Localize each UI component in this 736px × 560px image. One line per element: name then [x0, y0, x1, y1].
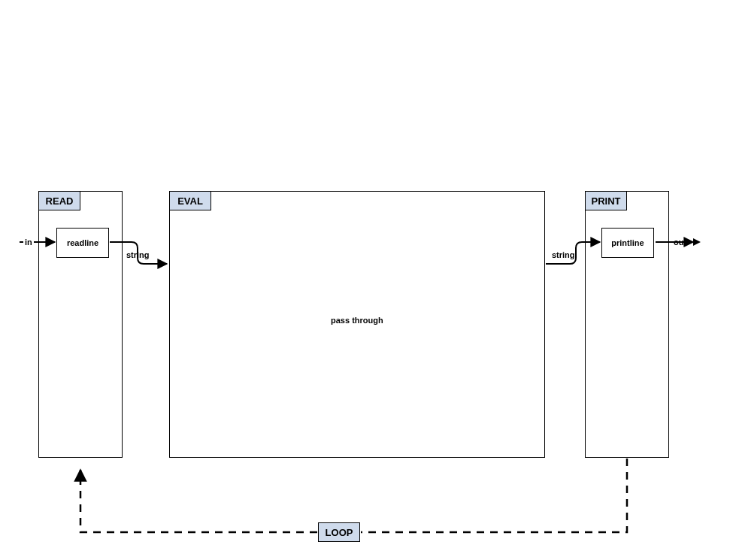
pass-through-label: pass through — [331, 316, 383, 325]
loop-path-left — [80, 470, 317, 532]
print-stage-label: PRINT — [585, 191, 627, 210]
printline-node: printline — [601, 228, 654, 258]
out-port-label: out — [674, 238, 686, 247]
in-port-label: in — [25, 238, 32, 247]
string-label-2: string — [552, 250, 575, 259]
readline-node: readline — [56, 228, 109, 258]
loop-path-right — [361, 459, 627, 532]
loop-label: LOOP — [318, 522, 360, 542]
eval-stage-label: EVAL — [169, 191, 211, 210]
read-stage-label: READ — [38, 191, 80, 210]
string-label-1: string — [126, 250, 150, 259]
svg-marker-1 — [693, 238, 701, 246]
